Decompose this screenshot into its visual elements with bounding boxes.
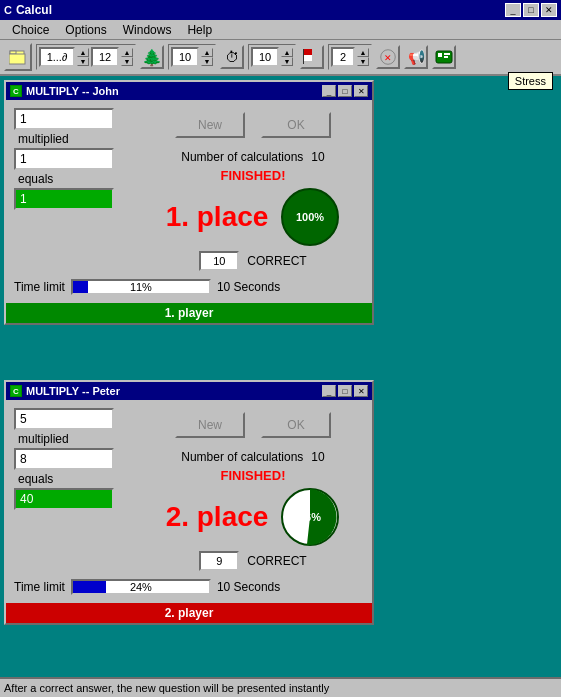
player1-correct-input[interactable] <box>199 251 239 271</box>
player1-title-bar: C MULTIPLY -- John _ □ ✕ <box>6 82 372 100</box>
toolbar-spin-4[interactable]: ▲ ▼ <box>281 48 293 66</box>
player2-progress-bar: 24% <box>71 579 211 595</box>
spin-down-5[interactable]: ▼ <box>357 57 369 66</box>
toolbar-field3[interactable]: 10 <box>171 47 199 67</box>
player2-title-controls[interactable]: _ □ ✕ <box>322 385 368 397</box>
svg-text:✕: ✕ <box>384 53 392 63</box>
player2-answer[interactable] <box>14 488 114 510</box>
spin-up-5[interactable]: ▲ <box>357 48 369 57</box>
toolbar-field4[interactable]: 10 <box>251 47 279 67</box>
player2-icon: C <box>10 385 22 397</box>
minimize-button[interactable]: _ <box>505 3 521 17</box>
spin-down-2[interactable]: ▼ <box>121 57 133 66</box>
menu-options[interactable]: Options <box>57 21 114 39</box>
spin-down-4[interactable]: ▼ <box>281 57 293 66</box>
toolbar-group-2: 10 ▲ ▼ <box>168 44 216 70</box>
toolbar-spin-3[interactable]: ▲ ▼ <box>201 48 213 66</box>
maximize-button[interactable]: □ <box>523 3 539 17</box>
spin-up-3[interactable]: ▲ <box>201 48 213 57</box>
player1-correct-label: CORRECT <box>247 254 306 268</box>
player2-right-col: New OK Number of calculations 10 FINISHE… <box>142 408 364 571</box>
player2-num-calc-value: 10 <box>311 450 324 464</box>
player1-title-left: C MULTIPLY -- John <box>10 85 119 97</box>
player2-label2: equals <box>14 472 134 486</box>
player1-new-btn[interactable]: New <box>175 112 245 138</box>
svg-rect-4 <box>304 55 312 61</box>
player2-finished: FINISHED! <box>221 468 286 483</box>
toolbar-icon-special2[interactable]: 📢 <box>404 45 428 69</box>
player1-window: C MULTIPLY -- John _ □ ✕ multiplied equa… <box>4 80 374 325</box>
player2-num-calc-label: Number of calculations <box>181 450 303 464</box>
player1-input1[interactable] <box>14 108 114 130</box>
player2-maximize[interactable]: □ <box>338 385 352 397</box>
toolbar-icon-clock[interactable]: ⏱ <box>220 45 244 69</box>
toolbar-icon-special3[interactable] <box>432 45 456 69</box>
player1-input2[interactable] <box>14 148 114 170</box>
player1-footer: 1. player <box>6 303 372 323</box>
player2-place: 2. place <box>166 501 269 533</box>
player2-seconds: 10 Seconds <box>217 580 280 594</box>
player2-minimize[interactable]: _ <box>322 385 336 397</box>
player2-progress-text: 24% <box>73 581 209 593</box>
player1-content: multiplied equals New OK Number of calcu… <box>6 100 372 303</box>
toolbar-field1[interactable]: 1...∂ <box>39 47 75 67</box>
toolbar-icon-tree[interactable]: 🌲 <box>140 45 164 69</box>
player1-num-calc-label: Number of calculations <box>181 150 303 164</box>
spin-down-3[interactable]: ▼ <box>201 57 213 66</box>
menu-choice[interactable]: Choice <box>4 21 57 39</box>
player1-close[interactable]: ✕ <box>354 85 368 97</box>
spin-down-1[interactable]: ▼ <box>77 57 89 66</box>
menu-windows[interactable]: Windows <box>115 21 180 39</box>
player2-footer-text: 2. player <box>165 606 214 620</box>
player1-progress-row: Time limit 11% 10 Seconds <box>14 279 364 295</box>
player2-time-limit-label: Time limit <box>14 580 65 594</box>
player1-seconds: 10 Seconds <box>217 280 280 294</box>
player1-ok-btn[interactable]: OK <box>261 112 331 138</box>
svg-rect-9 <box>438 53 442 57</box>
player1-maximize[interactable]: □ <box>338 85 352 97</box>
spin-up-1[interactable]: ▲ <box>77 48 89 57</box>
main-area: Stress C MULTIPLY -- John _ □ ✕ multipli… <box>0 76 561 677</box>
player2-place-row: 2. place 96% <box>166 487 341 547</box>
player2-input2[interactable] <box>14 448 114 470</box>
player1-minimize[interactable]: _ <box>322 85 336 97</box>
title-bar-controls[interactable]: _ □ ✕ <box>505 3 557 17</box>
player1-progress-bar: 11% <box>71 279 211 295</box>
player2-close[interactable]: ✕ <box>354 385 368 397</box>
player1-title-controls[interactable]: _ □ ✕ <box>322 85 368 97</box>
toolbar-spin-1[interactable]: ▲ ▼ <box>77 48 89 66</box>
player2-ok-btn[interactable]: OK <box>261 412 331 438</box>
player1-finished: FINISHED! <box>221 168 286 183</box>
player1-icon: C <box>10 85 22 97</box>
player1-label1: multiplied <box>14 132 134 146</box>
toolbar-spin-5[interactable]: ▲ ▼ <box>357 48 369 66</box>
player1-btn-row: New OK <box>175 112 331 138</box>
menu-help[interactable]: Help <box>179 21 220 39</box>
player1-place: 1. place <box>166 201 269 233</box>
player1-answer[interactable] <box>14 188 114 210</box>
spin-up-4[interactable]: ▲ <box>281 48 293 57</box>
player2-bottom-row: CORRECT <box>199 551 306 571</box>
player2-correct-input[interactable] <box>199 551 239 571</box>
spin-up-2[interactable]: ▲ <box>121 48 133 57</box>
player2-new-btn[interactable]: New <box>175 412 245 438</box>
player1-num-calc-value: 10 <box>311 150 324 164</box>
toolbar-open-btn[interactable] <box>4 43 32 71</box>
toolbar-icon-flag[interactable] <box>300 45 324 69</box>
player2-left-col: multiplied equals <box>14 408 134 510</box>
toolbar-field5[interactable]: 2 <box>331 47 355 67</box>
player2-title: MULTIPLY -- Peter <box>26 385 120 397</box>
toolbar-field2[interactable]: 12 <box>91 47 119 67</box>
toolbar-icon-special1[interactable]: ✕ <box>376 45 400 69</box>
player2-calc-info: Number of calculations 10 <box>181 450 324 464</box>
player2-window: C MULTIPLY -- Peter _ □ ✕ multiplied equ… <box>4 380 374 625</box>
player2-btn-row: New OK <box>175 412 331 438</box>
close-button[interactable]: ✕ <box>541 3 557 17</box>
status-bar: After a correct answer, the new question… <box>0 677 561 697</box>
player2-content: multiplied equals New OK Number of calcu… <box>6 400 372 603</box>
toolbar-spin-2[interactable]: ▲ ▼ <box>121 48 133 66</box>
svg-text:96%: 96% <box>299 511 321 523</box>
player1-right-col: New OK Number of calculations 10 FINISHE… <box>142 108 364 271</box>
player2-input1[interactable] <box>14 408 114 430</box>
player1-main-row: multiplied equals New OK Number of calcu… <box>14 108 364 271</box>
